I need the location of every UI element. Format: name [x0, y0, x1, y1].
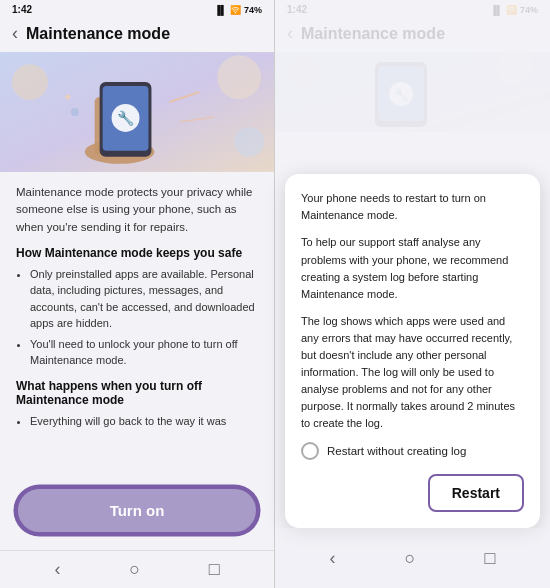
section1-list: Only preinstalled apps are available. Pe… — [16, 266, 258, 369]
dialog-backdrop — [275, 0, 550, 174]
nav-recent-left[interactable]: □ — [209, 559, 220, 580]
header-left: ‹ Maintenance mode — [0, 17, 274, 52]
nav-home-right[interactable]: ○ — [405, 548, 416, 569]
svg-point-12 — [71, 108, 79, 116]
status-bar-left: 1:42 ▐▌ 🛜 74% — [0, 0, 274, 17]
button-area-left: Turn on — [0, 477, 274, 550]
section2-title: What happens when you turn off Maintenan… — [16, 379, 258, 407]
left-screen: 1:42 ▐▌ 🛜 74% ‹ Maintenance mode — [0, 0, 275, 588]
section1-title: How Maintenance mode keeps you safe — [16, 246, 258, 260]
svg-point-1 — [12, 64, 48, 100]
dialog-box: Your phone needs to restart to turn on M… — [285, 174, 540, 528]
svg-point-3 — [234, 127, 264, 157]
list-item-1: Only preinstalled apps are available. Pe… — [30, 266, 258, 332]
turn-on-button[interactable]: Turn on — [16, 487, 258, 534]
battery-left: 74% — [244, 5, 262, 15]
status-icons-left: ▐▌ 🛜 74% — [214, 5, 262, 15]
page-title-left: Maintenance mode — [26, 25, 170, 43]
dialog-para3: The log shows which apps were used and a… — [301, 313, 524, 432]
right-screen: 1:42 ▐▌ 🛜 74% ‹ Maintenance mode — [275, 0, 550, 588]
nav-home-left[interactable]: ○ — [129, 559, 140, 580]
list-item-3: Everything will go back to the way it wa… — [30, 413, 258, 430]
back-button-left[interactable]: ‹ — [12, 23, 18, 44]
description-text: Maintenance mode protects your privacy w… — [16, 184, 258, 236]
svg-point-13 — [65, 95, 70, 100]
nav-back-right[interactable]: ‹ — [330, 548, 336, 569]
list-item-2: You'll need to unlock your phone to turn… — [30, 336, 258, 369]
radio-option[interactable]: Restart without creating log — [301, 442, 524, 460]
restart-button[interactable]: Restart — [428, 474, 524, 512]
dialog-overlay: Your phone needs to restart to turn on M… — [275, 0, 550, 588]
radio-button[interactable] — [301, 442, 319, 460]
svg-point-2 — [217, 55, 261, 99]
nav-bar-right: ‹ ○ □ — [275, 528, 550, 588]
nav-back-left[interactable]: ‹ — [54, 559, 60, 580]
nav-recent-right[interactable]: □ — [485, 548, 496, 569]
dialog-para2: To help our support staff analyse any pr… — [301, 234, 524, 302]
hero-image-left: 🔧 — [0, 52, 274, 172]
content-left: Maintenance mode protects your privacy w… — [0, 172, 274, 477]
section2-list: Everything will go back to the way it wa… — [16, 413, 258, 430]
svg-text:🔧: 🔧 — [117, 110, 135, 127]
nav-bar-left: ‹ ○ □ — [0, 550, 274, 588]
time-left: 1:42 — [12, 4, 32, 15]
wifi-icon: 🛜 — [230, 5, 241, 15]
dialog-para1: Your phone needs to restart to turn on M… — [301, 190, 524, 224]
signal-icon: ▐▌ — [214, 5, 227, 15]
radio-label: Restart without creating log — [327, 445, 466, 457]
hero-illustration-left: 🔧 — [0, 52, 274, 172]
dialog-button-area: Restart — [301, 474, 524, 512]
